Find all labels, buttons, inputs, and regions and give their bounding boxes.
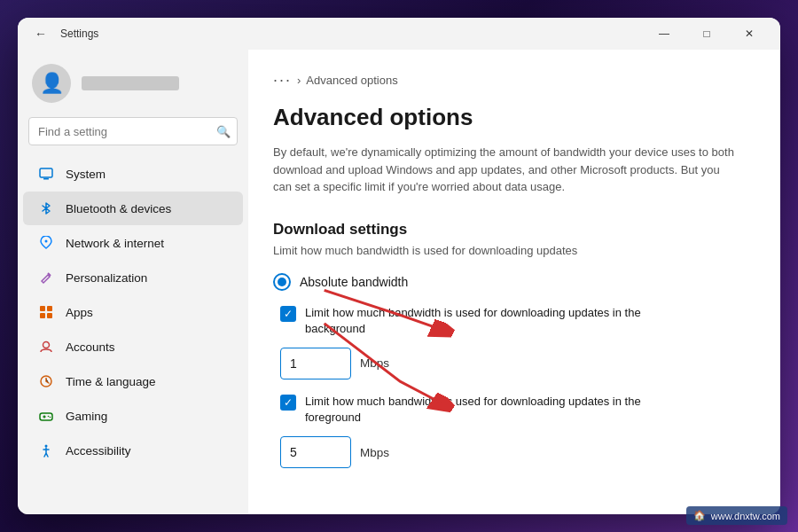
bg-unit: Mbps — [360, 356, 389, 370]
fg-bandwidth-input[interactable] — [280, 436, 351, 468]
fg-checkbox-label: Limit how much bandwidth is used for dow… — [305, 394, 677, 426]
svg-point-12 — [45, 445, 48, 448]
download-section-subtitle: Limit how much bandwidth is used for dow… — [273, 244, 752, 257]
sidebar-item-label-personalization: Personalization — [66, 271, 147, 285]
sidebar-item-label-apps: Apps — [66, 306, 93, 319]
apps-icon — [37, 303, 55, 321]
search-icon: 🔍 — [216, 125, 231, 138]
minimize-button[interactable]: — — [644, 18, 685, 50]
sidebar-item-label-accessibility: Accessibility — [66, 444, 131, 458]
sidebar-item-label-system: System — [66, 168, 106, 181]
search-box: 🔍 — [28, 117, 238, 145]
bg-bandwidth-input[interactable] — [280, 348, 351, 379]
sidebar-item-label-time: Time & language — [66, 375, 156, 388]
title-bar: ← Settings — □ ✕ — [18, 18, 780, 50]
fg-unit: Mbps — [360, 446, 389, 459]
sidebar-item-time[interactable]: Time & language — [23, 364, 243, 398]
download-section-title: Download settings — [273, 221, 752, 239]
bluetooth-icon — [37, 200, 55, 217]
svg-rect-1 — [43, 178, 49, 180]
svg-rect-5 — [40, 313, 45, 318]
user-name-bar — [82, 76, 179, 90]
sidebar-item-accessibility[interactable]: Accessibility — [23, 434, 243, 467]
radio-inner — [278, 278, 286, 286]
radio-circle — [273, 273, 291, 291]
radio-label: Absolute bandwidth — [300, 275, 408, 289]
avatar: 👤 — [32, 64, 71, 103]
title-bar-left: ← Settings — [28, 21, 644, 46]
user-section: 👤 — [18, 50, 248, 113]
bg-checkbox-label: Limit how much bandwidth is used for dow… — [305, 305, 677, 337]
svg-rect-3 — [40, 306, 45, 311]
svg-point-2 — [45, 240, 48, 243]
close-button[interactable]: ✕ — [729, 18, 770, 50]
sidebar-item-apps[interactable]: Apps — [23, 295, 243, 329]
breadcrumb-page: Advanced options — [306, 74, 397, 87]
fg-checkmark: ✓ — [284, 396, 293, 409]
breadcrumb-dots: ··· — [273, 71, 292, 90]
sidebar-item-label-accounts: Accounts — [66, 340, 115, 354]
watermark: 🏠 www.dnxtw.com — [686, 506, 780, 514]
time-icon — [37, 372, 55, 390]
sidebar: 👤 🔍 SystemBluetooth & devicesNetwork & i… — [18, 50, 248, 514]
sidebar-item-accounts[interactable]: Accounts — [23, 330, 243, 364]
fg-checkbox-row: ✓ Limit how much bandwidth is used for d… — [280, 394, 752, 426]
wm-icon: 🏠 — [693, 510, 706, 514]
download-section: Download settings Limit how much bandwid… — [273, 221, 752, 469]
system-icon — [37, 165, 55, 183]
accessibility-icon — [37, 442, 55, 459]
svg-rect-0 — [40, 168, 52, 177]
bg-checkbox-row: ✓ Limit how much bandwidth is used for d… — [280, 305, 752, 337]
window-body: 👤 🔍 SystemBluetooth & devicesNetwork & i… — [18, 50, 780, 514]
gaming-icon — [37, 407, 55, 425]
page-description: By default, we're dynamically optimizing… — [273, 144, 734, 196]
main-content: ··· › Advanced options Advanced options … — [248, 50, 780, 514]
sidebar-item-gaming[interactable]: Gaming — [23, 399, 243, 433]
fg-input-row: Mbps — [280, 436, 752, 468]
settings-window: ← Settings — □ ✕ 👤 🔍 SystemBluetooth & d… — [18, 18, 780, 514]
personalization-icon — [37, 269, 55, 286]
accounts-icon — [37, 338, 55, 356]
sidebar-item-personalization[interactable]: Personalization — [23, 261, 243, 294]
title-bar-controls: — □ ✕ — [644, 18, 770, 50]
sidebar-item-bluetooth[interactable]: Bluetooth & devices — [23, 192, 243, 225]
sidebar-item-label-gaming: Gaming — [66, 410, 107, 423]
window-title: Settings — [60, 27, 98, 40]
svg-point-10 — [48, 416, 50, 418]
svg-rect-6 — [47, 313, 52, 318]
absolute-bandwidth-radio[interactable]: Absolute bandwidth — [273, 273, 752, 291]
network-icon — [37, 234, 55, 252]
maximize-button[interactable]: □ — [686, 18, 727, 50]
back-button[interactable]: ← — [28, 21, 53, 46]
sidebar-item-label-network: Network & internet — [66, 237, 164, 250]
wm-text: www.dnxtw.com — [711, 511, 780, 515]
page-title: Advanced options — [273, 104, 752, 131]
sidebar-item-label-bluetooth: Bluetooth & devices — [66, 202, 171, 215]
bg-checkmark: ✓ — [284, 308, 293, 320]
bg-checkbox[interactable]: ✓ — [280, 306, 296, 322]
breadcrumb-arrow: › — [297, 74, 301, 87]
svg-rect-4 — [47, 306, 52, 311]
fg-checkbox[interactable]: ✓ — [280, 395, 296, 411]
search-input[interactable] — [28, 117, 238, 145]
svg-point-7 — [43, 342, 50, 348]
sidebar-item-network[interactable]: Network & internet — [23, 226, 243, 260]
svg-point-11 — [50, 417, 51, 419]
nav-list: SystemBluetooth & devicesNetwork & inter… — [18, 156, 248, 468]
breadcrumb: ··· › Advanced options — [273, 71, 752, 90]
bg-input-row: Mbps — [280, 348, 752, 379]
sidebar-item-system[interactable]: System — [23, 157, 243, 191]
